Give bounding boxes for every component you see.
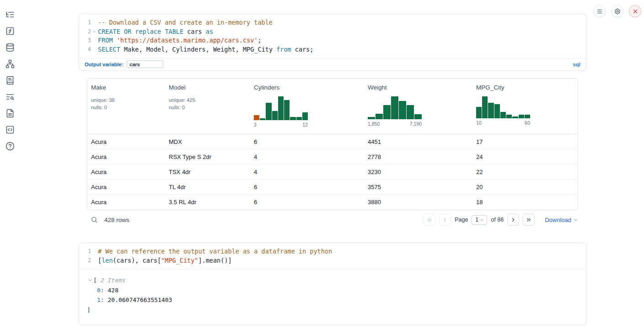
table-cell: 3230 [364,169,472,175]
table-cell: 2778 [364,153,472,160]
table-cell: MDX [165,138,250,145]
table-cell: 6 [250,184,364,190]
code-line[interactable]: 4SELECT Make, Model, Cylinders, Weight, … [79,45,586,54]
chevron-right-icon [510,217,516,223]
close-bracket: ] [79,305,580,315]
code-line[interactable]: 3FROM 'https://datasets.marimo.app/cars.… [79,36,586,45]
column-header[interactable]: Makeunique: 38nulls: 0 [87,79,165,134]
prev-page-button[interactable] [439,214,451,226]
histogram-bar [482,96,488,118]
chevron-down-icon [573,217,578,222]
menu-icon [596,8,603,15]
line-number: 4 [79,45,91,54]
column-header[interactable]: Modelunique: 425nulls: 0 [165,79,250,134]
table-row[interactable]: AcuraRSX Type S 2dr4277824 [87,149,578,164]
histogram-bar [414,114,422,119]
table-cell: 3575 [364,184,472,190]
text-search-icon[interactable] [5,92,15,101]
book-icon[interactable] [5,76,15,85]
table-cell: 18 [472,199,578,206]
sidebar [5,10,16,151]
sql-code-editor[interactable]: 1-- Download a CSV and create an in-memo… [79,14,586,58]
code-square-icon[interactable] [5,125,15,134]
code-line[interactable]: 2[len(cars), cars["MPG_City"].mean()] [79,256,586,265]
python-code-editor[interactable]: 1# We can reference the output variable … [79,243,586,269]
page-label: Page [455,217,468,223]
column-name: Cylinders [254,84,360,91]
code-line-text: FROM 'https://datasets.marimo.app/cars.c… [98,36,262,45]
language-badge: sql [573,62,580,67]
histogram-bar [290,117,295,120]
column-name: MPG_City [476,84,573,91]
function-square-icon[interactable] [5,26,15,36]
database-icon[interactable] [5,43,15,52]
code-line[interactable]: 1# We can reference the output variable … [79,247,586,256]
histogram-bar [278,96,284,120]
histogram-bar [391,96,398,119]
notebook-menu-button[interactable] [593,5,606,17]
histogram-bar [494,104,500,118]
column-name: Weight [368,84,468,91]
histogram-bar [506,115,512,118]
table-cell: Acura [87,199,165,206]
histogram-bar [383,105,391,119]
table-cell: 6 [250,138,364,145]
chevrons-left-icon [426,217,433,223]
search-icon[interactable] [91,216,98,223]
table-cell: TSX 4dr [165,169,250,175]
column-header[interactable]: Weight1,8507,190 [364,79,472,134]
fold-toggle-icon [91,18,98,27]
page-total: of 86 [491,217,504,223]
collapse-toggle-icon[interactable] [88,278,93,283]
table-cell: Acura [87,153,165,160]
fold-toggle-icon [91,247,98,256]
sql-cell[interactable]: 1-- Download a CSV and create an in-memo… [79,14,586,71]
table-cell: Acura [87,138,165,145]
help-circle-icon[interactable] [5,142,15,151]
list-tree-icon[interactable] [5,10,15,19]
histogram-bar [376,114,383,119]
chevrons-right-icon [526,217,532,223]
histogram-bar [368,117,375,119]
output-variable-input[interactable] [127,60,163,68]
line-number: 3 [79,36,91,45]
settings-button[interactable] [611,5,623,17]
sql-cell-footer: Output variable: sql [79,58,586,70]
fold-toggle-icon [91,45,98,54]
shutdown-button[interactable] [629,5,641,17]
table-row[interactable]: AcuraMDX6445117 [87,134,578,149]
column-header[interactable]: MPG_City1060 [472,79,578,134]
fold-toggle-icon[interactable] [91,27,98,37]
column-header[interactable]: Cylinders312 [250,79,364,134]
code-line-text: [len(cars), cars["MPG_City"].mean()] [98,256,232,265]
file-text-icon[interactable] [5,109,15,118]
table-cell: 6 [250,199,364,206]
download-button[interactable]: Download [545,217,578,223]
output-variable-label: Output variable: [85,62,123,67]
line-number: 1 [79,18,91,27]
network-icon[interactable] [5,59,15,69]
code-line[interactable]: 1-- Download a CSV and create an in-memo… [79,18,586,27]
last-page-button[interactable] [523,214,535,226]
first-page-button[interactable] [424,214,435,226]
line-number: 1 [79,247,91,256]
column-name: Make [91,84,161,91]
output-item: 1: 20.060747663551403 [79,295,580,305]
code-line[interactable]: 2CREATE OR replace TABLE cars as [79,27,586,37]
python-cell[interactable]: 1# We can reference the output variable … [79,243,586,325]
table-row[interactable]: Acura3.5 RL 4dr6388018 [87,195,578,210]
column-name: Model [169,84,246,91]
histogram-bar [284,100,290,120]
page-select[interactable]: 1 [472,215,487,225]
histogram-bar [500,112,506,118]
column-histogram: 1060 [476,96,573,126]
code-line-text: -- Download a CSV and create an in-memor… [98,18,273,27]
table-row[interactable]: AcuraTSX 4dr4323022 [87,164,578,180]
table-cell: 22 [472,169,578,175]
line-number: 2 [79,27,91,37]
items-count: 2 Items [101,275,126,285]
next-page-button[interactable] [507,214,519,226]
pagination: Page 1 of 86 Download [424,214,578,226]
table-row[interactable]: AcuraTL 4dr6357520 [87,180,578,195]
histogram-bar [476,107,482,118]
